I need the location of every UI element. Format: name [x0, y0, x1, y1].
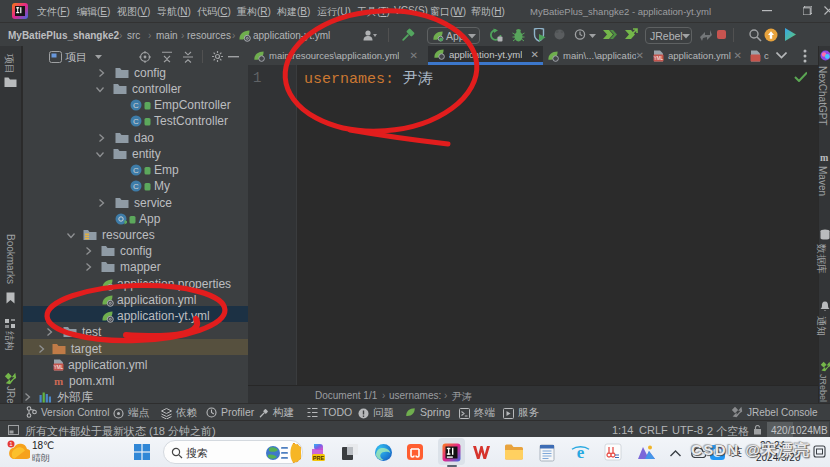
svg-text:C: C [133, 166, 139, 175]
svg-text:e: e [576, 443, 584, 462]
svg-text:YML: YML [654, 56, 664, 61]
svg-text:YML: YML [54, 365, 64, 370]
svg-text:C: C [133, 182, 139, 191]
svg-text:C: C [133, 101, 139, 110]
svg-text:PRE: PRE [312, 454, 324, 460]
svg-text:m: m [54, 376, 63, 387]
svg-text:C: C [133, 117, 139, 126]
svg-text:m: m [820, 152, 829, 163]
